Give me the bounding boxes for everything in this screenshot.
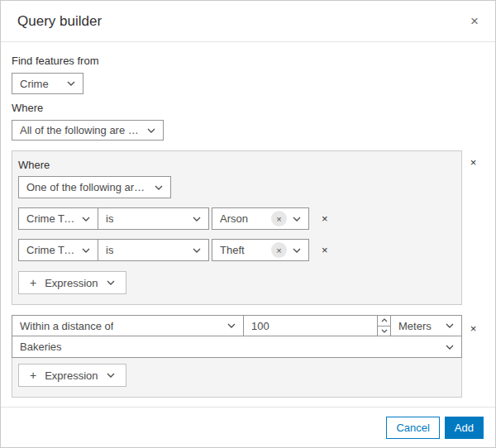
condition-field-value: Crime Type — [26, 244, 75, 256]
add-expression-label: Expression — [45, 369, 98, 382]
stepper-up-icon[interactable] — [378, 316, 390, 326]
dialog-content: Find features from Crime Where All of th… — [1, 42, 495, 407]
condition-operator-select[interactable]: is — [98, 239, 209, 261]
distance-input[interactable]: 100 — [243, 315, 391, 336]
condition-field-select[interactable]: Crime Type — [18, 207, 98, 230]
spatial-group-section: Within a distance of 100 — [12, 315, 484, 398]
condition-operator-value: is — [106, 244, 113, 256]
distance-value: 100 — [244, 316, 377, 336]
chevron-down-icon — [147, 128, 155, 133]
chevron-down-icon — [293, 248, 301, 253]
units-value: Meters — [398, 320, 432, 332]
remove-group-icon[interactable]: × — [462, 149, 484, 169]
condition-field-value: Crime Type — [26, 212, 75, 225]
layer-select[interactable]: Crime — [12, 73, 83, 94]
close-icon[interactable]: × — [470, 14, 479, 28]
condition-value-combobox[interactable]: Theft × — [212, 239, 309, 261]
chevron-down-icon — [293, 217, 301, 222]
distance-stepper — [377, 316, 390, 336]
plus-icon: + — [30, 276, 36, 289]
main-operator-select[interactable]: All of the following are true — [12, 120, 164, 141]
query-builder-dialog: Query builder × Find features from Crime… — [0, 0, 496, 448]
where-group-section: Where One of the following are tr… Crime… — [12, 149, 484, 305]
chevron-down-icon — [67, 81, 75, 86]
chevron-down-icon — [446, 345, 454, 350]
group-operator-value: One of the following are tr… — [26, 181, 148, 193]
spatial-layer-select[interactable]: Bakeries — [12, 336, 462, 358]
dialog-title: Query builder — [17, 13, 102, 30]
plus-icon: + — [30, 369, 36, 382]
chevron-down-icon — [446, 323, 454, 328]
where-label: Where — [12, 102, 484, 114]
remove-condition-icon[interactable]: × — [322, 244, 328, 256]
add-expression-label: Expression — [45, 277, 98, 289]
remove-condition-icon[interactable]: × — [322, 212, 328, 225]
add-expression-button[interactable]: + Expression — [18, 364, 126, 387]
chevron-down-icon — [82, 248, 90, 253]
spatial-operator-select[interactable]: Within a distance of — [12, 315, 244, 336]
condition-value: Theft — [220, 244, 245, 256]
clear-value-icon[interactable]: × — [271, 211, 287, 226]
layer-select-value: Crime — [20, 78, 49, 90]
units-select[interactable]: Meters — [390, 315, 462, 336]
dialog-footer: Cancel Add — [1, 407, 495, 447]
chevron-down-icon — [193, 217, 201, 222]
add-button[interactable]: Add — [445, 417, 484, 439]
spatial-operator-value: Within a distance of — [20, 320, 113, 332]
condition-value-combobox[interactable]: Arson × — [212, 207, 309, 230]
condition-operator-value: is — [106, 212, 113, 225]
stepper-down-icon[interactable] — [378, 326, 390, 336]
remove-group-icon[interactable]: × — [462, 315, 484, 335]
chevron-down-icon — [227, 323, 236, 328]
chevron-down-icon — [193, 248, 201, 253]
main-operator-value: All of the following are true — [20, 124, 141, 136]
find-features-label: Find features from — [12, 55, 484, 67]
add-expression-button[interactable]: + Expression — [18, 271, 126, 294]
condition-operator-select[interactable]: is — [98, 207, 209, 230]
spatial-expression-group: Within a distance of 100 — [12, 315, 462, 398]
condition-row: Crime Type is Arson — [18, 207, 455, 230]
where-expression-group: Where One of the following are tr… Crime… — [12, 150, 462, 305]
cancel-button[interactable]: Cancel — [386, 417, 439, 439]
condition-field-select[interactable]: Crime Type — [18, 239, 98, 261]
chevron-down-icon — [107, 373, 115, 378]
group-where-label: Where — [18, 159, 455, 171]
chevron-down-icon — [82, 217, 90, 222]
clear-value-icon[interactable]: × — [271, 242, 287, 258]
group-operator-select[interactable]: One of the following are tr… — [18, 176, 171, 198]
chevron-down-icon — [107, 280, 115, 285]
dialog-header: Query builder × — [1, 1, 495, 42]
chevron-down-icon — [155, 185, 163, 190]
condition-row: Crime Type is Theft — [18, 239, 455, 261]
spatial-layer-value: Bakeries — [20, 341, 62, 353]
condition-value: Arson — [220, 212, 248, 225]
